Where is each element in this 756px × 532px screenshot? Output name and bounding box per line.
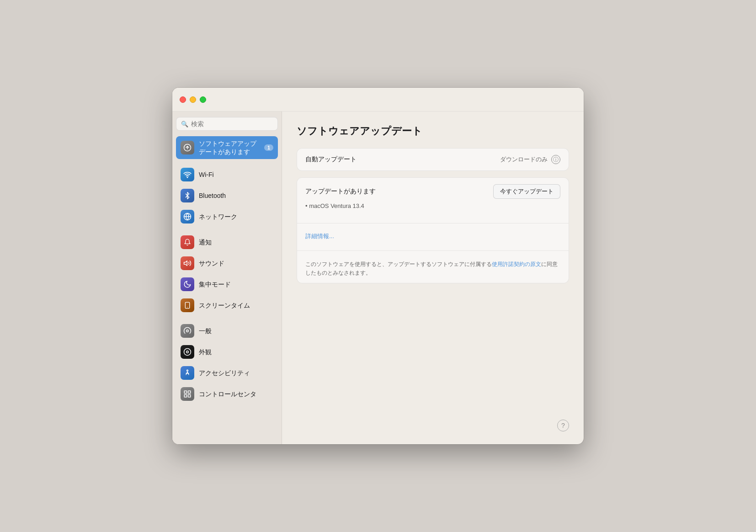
- appearance-icon: [181, 345, 194, 359]
- sidebar-item-label-appearance: 外観: [199, 348, 273, 356]
- svg-rect-14: [188, 395, 191, 397]
- sidebar-item-focus[interactable]: 集中モード: [176, 274, 278, 294]
- update-header: アップデートがあります 今すぐアップデート: [305, 184, 560, 199]
- sidebar-item-screentime[interactable]: スクリーンタイム: [176, 295, 278, 315]
- license-section: このソフトウェアを使用すると、アップデートするソフトウェアに付属する使用許諾契約…: [297, 255, 569, 283]
- main-content: ソフトウェアアップデート 自動アップデート ダウンロードのみ ⓘ アップデートが…: [282, 112, 584, 444]
- auto-update-value: ダウンロードのみ: [500, 155, 548, 164]
- sidebar-item-wifi[interactable]: Wi-Fi: [176, 165, 278, 185]
- sidebar-item-label-screentime: スクリーンタイム: [199, 301, 273, 309]
- search-input[interactable]: [191, 120, 273, 128]
- search-box[interactable]: 🔍: [176, 117, 278, 131]
- sidebar-item-label-bluetooth: Bluetooth: [199, 192, 273, 200]
- focus-icon: [181, 277, 194, 291]
- notification-icon: [181, 235, 194, 249]
- auto-update-label: 自動アップデート: [305, 155, 500, 164]
- traffic-lights: [180, 96, 206, 103]
- divider2: [297, 250, 569, 251]
- titlebar: [172, 88, 584, 112]
- maximize-button[interactable]: [200, 96, 206, 103]
- bluetooth-icon: [181, 189, 194, 202]
- software-update-icon: [181, 141, 194, 154]
- svg-marker-5: [184, 261, 187, 266]
- license-text-before: このソフトウェアを使用すると、アップデートするソフトウェアに付属する: [305, 261, 492, 267]
- search-icon: 🔍: [181, 121, 188, 128]
- svg-point-9: [184, 349, 191, 356]
- control-center-icon: [181, 387, 194, 401]
- update-available-title: アップデートがあります: [305, 187, 493, 196]
- sidebar-badge-software-update: 1: [264, 144, 273, 151]
- svg-point-11: [187, 370, 188, 372]
- sidebar-item-label-general: 一般: [199, 327, 273, 335]
- sidebar-item-label-control-center: コントロールセンタ: [199, 390, 273, 398]
- sidebar: 🔍 ソフトウェアアップデートがあります 1: [172, 112, 282, 444]
- update-now-button[interactable]: 今すぐアップデート: [493, 184, 560, 199]
- close-button[interactable]: [180, 96, 186, 103]
- page-title: ソフトウェアアップデート: [297, 124, 569, 138]
- sidebar-item-notification[interactable]: 通知: [176, 232, 278, 252]
- system-preferences-window: 🔍 ソフトウェアアップデートがあります 1: [172, 88, 584, 444]
- license-link[interactable]: 使用許諾契約の原文: [492, 261, 541, 267]
- minimize-button[interactable]: [190, 96, 196, 103]
- sidebar-item-label-network: ネットワーク: [199, 213, 273, 221]
- auto-update-card: 自動アップデート ダウンロードのみ ⓘ: [297, 148, 569, 171]
- sidebar-item-label-accessibility: アクセシビリティ: [199, 369, 273, 377]
- sidebar-item-label-focus: 集中モード: [199, 280, 273, 288]
- accessibility-icon: [181, 366, 194, 380]
- update-item-macos: macOS Ventura 13.4: [305, 202, 560, 209]
- svg-point-2: [187, 177, 188, 178]
- svg-rect-15: [184, 395, 186, 397]
- sidebar-item-label-wifi: Wi-Fi: [199, 170, 273, 179]
- sidebar-item-network[interactable]: ネットワーク: [176, 207, 278, 227]
- general-icon: [181, 324, 194, 338]
- svg-rect-13: [188, 391, 191, 394]
- sidebar-item-bluetooth[interactable]: Bluetooth: [176, 186, 278, 206]
- svg-point-8: [186, 330, 189, 332]
- network-icon: [181, 210, 194, 223]
- svg-rect-6: [185, 303, 189, 309]
- svg-rect-12: [184, 391, 186, 394]
- sidebar-item-label-sound: サウンド: [199, 259, 273, 267]
- wifi-icon: [181, 168, 194, 181]
- sidebar-item-label-software-update: ソフトウェアアップデートがあります: [199, 139, 260, 156]
- detail-link[interactable]: 詳細情報...: [305, 233, 334, 239]
- sidebar-item-sound[interactable]: サウンド: [176, 253, 278, 273]
- sidebar-item-software-update[interactable]: ソフトウェアアップデートがあります 1: [176, 136, 278, 159]
- help-button[interactable]: ?: [557, 420, 569, 431]
- sidebar-item-general[interactable]: 一般: [176, 321, 278, 341]
- info-button[interactable]: ⓘ: [551, 155, 560, 164]
- update-section: アップデートがあります 今すぐアップデート macOS Ventura 13.4: [297, 178, 569, 219]
- detail-section: 詳細情報...: [297, 227, 569, 247]
- sidebar-item-control-center[interactable]: コントロールセンタ: [176, 384, 278, 404]
- sidebar-item-label-notification: 通知: [199, 238, 273, 246]
- screentime-icon: [181, 298, 194, 312]
- svg-point-10: [186, 351, 189, 353]
- sidebar-item-appearance[interactable]: 外観: [176, 342, 278, 362]
- window-content: 🔍 ソフトウェアアップデートがあります 1: [172, 112, 584, 444]
- auto-update-row: 自動アップデート ダウンロードのみ ⓘ: [297, 149, 569, 170]
- divider: [297, 223, 569, 223]
- sound-icon: [181, 256, 194, 270]
- update-available-card: アップデートがあります 今すぐアップデート macOS Ventura 13.4…: [297, 177, 569, 283]
- sidebar-item-accessibility[interactable]: アクセシビリティ: [176, 363, 278, 383]
- main-footer: ?: [297, 415, 569, 431]
